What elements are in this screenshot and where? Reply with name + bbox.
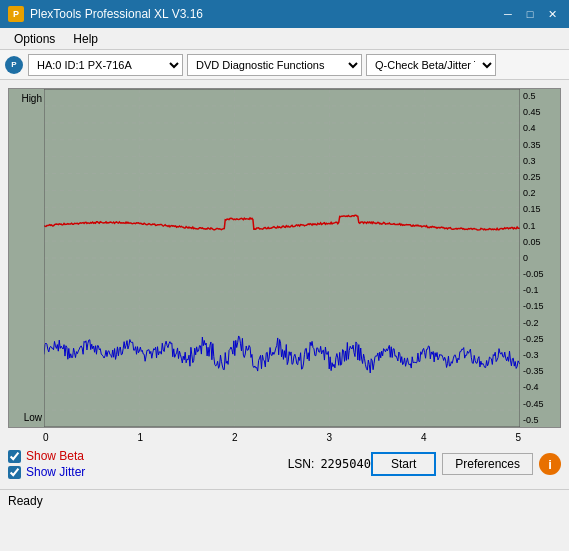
drive-select[interactable]: HA:0 ID:1 PX-716A — [28, 54, 183, 76]
y-right-label: -0.5 — [523, 415, 557, 425]
y-right-label: -0.25 — [523, 334, 557, 344]
x-axis-label: 5 — [515, 432, 521, 443]
y-right-label: -0.3 — [523, 350, 557, 360]
show-beta-label: Show Beta — [26, 449, 84, 463]
toolbar: P HA:0 ID:1 PX-716A DVD Diagnostic Funct… — [0, 50, 569, 80]
x-axis: 012345 — [8, 432, 521, 443]
x-axis-label: 1 — [137, 432, 143, 443]
lsn-value: 2295040 — [320, 457, 371, 471]
x-axis-label: 2 — [232, 432, 238, 443]
preferences-button[interactable]: Preferences — [442, 453, 533, 475]
y-right-label: -0.1 — [523, 285, 557, 295]
y-right-label: -0.45 — [523, 399, 557, 409]
y-right-label: 0.3 — [523, 156, 557, 166]
y-low-label: Low — [11, 412, 42, 423]
info-button[interactable]: i — [539, 453, 561, 475]
function-select[interactable]: DVD Diagnostic Functions — [187, 54, 362, 76]
y-right-label: -0.15 — [523, 301, 557, 311]
chart-container: High Low 0.50.450.40.350.30.250.20.150.1… — [8, 88, 561, 428]
app-icon: P — [8, 6, 24, 22]
menu-options[interactable]: Options — [6, 30, 63, 48]
show-jitter-label: Show Jitter — [26, 465, 85, 479]
status-text: Ready — [8, 494, 43, 508]
y-right-label: -0.35 — [523, 366, 557, 376]
y-right-label: 0.15 — [523, 204, 557, 214]
y-right-label: 0.45 — [523, 107, 557, 117]
bottom-panel: Show Beta Show Jitter LSN: 2295040 Start… — [8, 449, 561, 479]
test-select[interactable]: Q-Check Beta/Jitter Test — [366, 54, 496, 76]
show-jitter-row: Show Jitter — [8, 465, 268, 479]
show-beta-row: Show Beta — [8, 449, 268, 463]
x-axis-label: 3 — [326, 432, 332, 443]
y-axis-right: 0.50.450.40.350.30.250.20.150.10.050-0.0… — [520, 89, 560, 427]
checkboxes: Show Beta Show Jitter — [8, 449, 268, 479]
x-axis-label: 0 — [43, 432, 49, 443]
plextor-icon: P — [4, 55, 24, 75]
y-right-label: -0.4 — [523, 382, 557, 392]
y-right-label: 0.25 — [523, 172, 557, 182]
chart-canvas — [44, 89, 520, 427]
title-bar: P PlexTools Professional XL V3.16 ─ □ ✕ — [0, 0, 569, 28]
y-right-label: 0.1 — [523, 221, 557, 231]
chart-area — [44, 89, 520, 427]
show-jitter-checkbox[interactable] — [8, 466, 21, 479]
minimize-button[interactable]: ─ — [499, 5, 517, 23]
y-right-label: 0.2 — [523, 188, 557, 198]
y-right-label: -0.2 — [523, 318, 557, 328]
y-right-label: -0.05 — [523, 269, 557, 279]
start-button[interactable]: Start — [371, 452, 436, 476]
y-right-label: 0 — [523, 253, 557, 263]
menu-help[interactable]: Help — [65, 30, 106, 48]
x-axis-label: 4 — [421, 432, 427, 443]
right-buttons: Start Preferences i — [371, 452, 561, 476]
y-axis-left: High Low — [9, 89, 44, 427]
close-button[interactable]: ✕ — [543, 5, 561, 23]
lsn-area: LSN: 2295040 — [288, 457, 371, 471]
lsn-label: LSN: — [288, 457, 315, 471]
maximize-button[interactable]: □ — [521, 5, 539, 23]
y-right-label: 0.5 — [523, 91, 557, 101]
menu-bar: Options Help — [0, 28, 569, 50]
y-right-label: 0.05 — [523, 237, 557, 247]
title-left: P PlexTools Professional XL V3.16 — [8, 6, 203, 22]
y-right-label: 0.4 — [523, 123, 557, 133]
y-high-label: High — [11, 93, 42, 104]
app-title: PlexTools Professional XL V3.16 — [30, 7, 203, 21]
show-beta-checkbox[interactable] — [8, 450, 21, 463]
main-content: High Low 0.50.450.40.350.30.250.20.150.1… — [0, 80, 569, 483]
y-right-label: 0.35 — [523, 140, 557, 150]
status-bar: Ready — [0, 489, 569, 511]
title-controls: ─ □ ✕ — [499, 5, 561, 23]
